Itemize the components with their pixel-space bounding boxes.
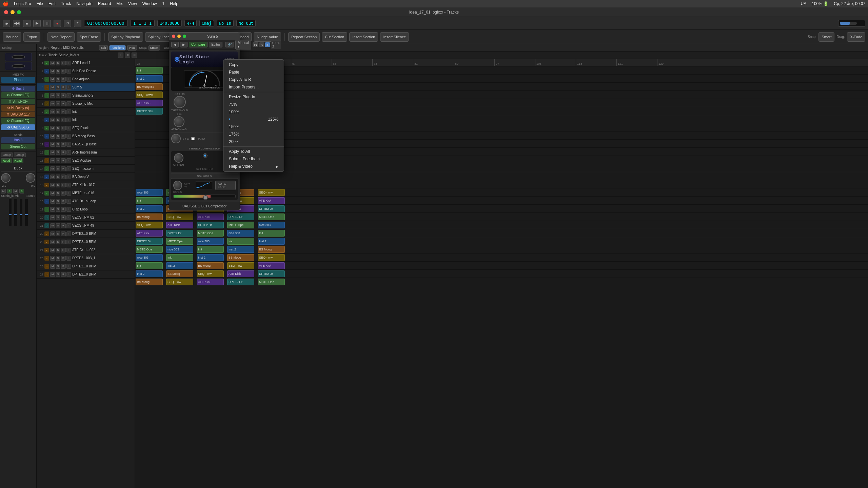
track-i-21[interactable]: I xyxy=(66,223,71,228)
region-block-22-4[interactable]: Inst 2 xyxy=(258,238,285,245)
track-i-23[interactable]: I xyxy=(66,240,71,244)
loop-button[interactable]: ↻ xyxy=(64,20,71,27)
region-block-23-1[interactable]: nice 303 xyxy=(166,246,193,253)
region-block-19-2[interactable]: ATE Kick xyxy=(197,214,224,220)
region-block-24-4[interactable]: SEQ - ww xyxy=(258,254,285,261)
track-i-12[interactable]: I xyxy=(66,150,71,155)
repeat-section-button[interactable]: Repeat Section xyxy=(288,32,320,42)
track-s-12[interactable]: S xyxy=(56,150,60,155)
note-repeat-button[interactable]: Note Repeat xyxy=(47,32,75,42)
track-s-3[interactable]: S xyxy=(56,77,60,82)
track-i-10[interactable]: I xyxy=(66,134,71,139)
track-i-20[interactable]: I xyxy=(66,215,71,220)
track-i-11[interactable]: I xyxy=(66,142,71,147)
m-right[interactable]: M xyxy=(13,189,18,194)
send-stereo-out[interactable]: Stereo Out xyxy=(1,144,35,149)
track-m-11[interactable]: M xyxy=(50,142,55,147)
group-btn[interactable]: Group xyxy=(1,152,13,157)
fader-right[interactable] xyxy=(14,199,17,226)
track-m-26[interactable]: M xyxy=(50,264,55,269)
track-r-13[interactable]: R xyxy=(61,158,66,163)
region-block-25-3[interactable]: SEQ - ww xyxy=(227,262,254,269)
track-m-17[interactable]: M xyxy=(50,191,55,196)
track-s-22[interactable]: S xyxy=(56,231,60,236)
s-left[interactable]: S xyxy=(7,189,12,194)
track-s-23[interactable]: S xyxy=(56,240,60,244)
region-block-23-3[interactable]: Inst 2 xyxy=(227,246,254,253)
record-button[interactable]: ● xyxy=(54,20,61,27)
play-button[interactable]: ▶ xyxy=(33,20,41,27)
region-block-24-3[interactable]: BS Moog xyxy=(227,254,254,261)
region-block-26-2[interactable]: SEQ - ww xyxy=(197,270,224,277)
instrument-piano[interactable]: Piano xyxy=(1,77,35,83)
track-s-10[interactable]: S xyxy=(56,134,60,139)
region-block-26-0[interactable]: Inst 2 xyxy=(136,270,163,277)
rate-knob[interactable] xyxy=(173,181,182,190)
ctx-item-submit-feedback[interactable]: Submit Feedback xyxy=(223,155,284,163)
snap-smart-button[interactable]: Smart xyxy=(149,45,160,50)
track-m-21[interactable]: M xyxy=(50,223,55,228)
plugin-a[interactable]: A xyxy=(259,42,264,47)
track-row-17[interactable]: 17 ♪ M S R I MBTE...t - 016 xyxy=(37,189,135,197)
plugin-uad-ua117[interactable]: ⚙ UAD UA 117 xyxy=(1,111,35,117)
menu-edit[interactable]: Edit xyxy=(48,1,56,6)
track-i-2[interactable]: I xyxy=(66,69,71,74)
track-r-11[interactable]: R xyxy=(61,142,66,147)
track-i-24[interactable]: I xyxy=(66,248,71,252)
plugin-in[interactable]: IN xyxy=(253,42,258,47)
track-m-13[interactable]: M xyxy=(50,158,55,163)
bars-display[interactable]: 1 1 1 1 xyxy=(130,20,155,27)
fader-3[interactable] xyxy=(20,199,22,226)
region-block-16-0[interactable]: nice 303 xyxy=(136,189,163,196)
region-block-27-3[interactable]: DPTE2 Dr xyxy=(227,279,254,285)
plugin-min[interactable] xyxy=(177,35,181,38)
track-r-4[interactable]: R xyxy=(61,85,66,90)
region-block-21-3[interactable]: nice 303 xyxy=(227,230,254,237)
track-row-8[interactable]: 8 ♪ M S R I Init xyxy=(37,116,135,124)
region-block-20-2[interactable]: DPTE2 Dr xyxy=(197,222,224,228)
track-m-16[interactable]: M xyxy=(50,183,55,187)
track-m-8[interactable]: M xyxy=(50,118,55,122)
region-block-27-0[interactable]: BS Moog xyxy=(136,279,163,285)
region-block-23-0[interactable]: MBTE Ope xyxy=(136,246,163,253)
smart-snap-button[interactable]: Smart xyxy=(818,32,834,42)
nudge-value-button[interactable]: Nudge Value xyxy=(254,32,281,42)
track-row-6[interactable]: 6 ♪ M S R I Studio_ic-Mix xyxy=(37,100,135,108)
track-m-19[interactable]: M xyxy=(50,207,55,212)
region-block-20-0[interactable]: SEQ - ww xyxy=(136,222,163,228)
region-block-25-4[interactable]: ATE Kick xyxy=(258,262,285,269)
menu-view[interactable]: View xyxy=(128,1,137,6)
region-block-3-1[interactable]: BS Moog Ba xyxy=(136,83,163,90)
close-button[interactable] xyxy=(4,10,8,14)
track-row-15[interactable]: 15 ♪ M S R I BA Deep V xyxy=(37,173,135,181)
region-block-24-1[interactable]: Init xyxy=(166,254,193,261)
menu-file[interactable]: File xyxy=(37,1,43,6)
plugin-compare[interactable]: Compare xyxy=(189,42,208,47)
track-i-3[interactable]: I xyxy=(66,77,71,82)
track-m-22[interactable]: M xyxy=(50,231,55,236)
view-button[interactable]: View xyxy=(127,45,137,50)
fader-4[interactable] xyxy=(25,199,28,226)
track-row-19[interactable]: 19 ♪ M S R I Clap Loop xyxy=(37,205,135,214)
group-btn-2[interactable]: Group xyxy=(14,152,26,157)
functions-button[interactable]: Functions xyxy=(109,45,126,50)
back-button[interactable]: ◀◀ xyxy=(13,20,20,27)
track-s-6[interactable]: S xyxy=(56,101,60,106)
region-block-27-2[interactable]: ATE Kick xyxy=(197,279,224,285)
track-s-7[interactable]: S xyxy=(56,109,60,114)
region-block-19-3[interactable]: DPTE2 Dr xyxy=(227,214,254,220)
track-i-17[interactable]: I xyxy=(66,191,71,196)
region-block-21-2[interactable]: MBTE Ope xyxy=(197,230,224,237)
track-r-20[interactable]: R xyxy=(61,215,66,220)
track-s-1[interactable]: S xyxy=(56,61,60,65)
region-block-19-0[interactable]: BS Moog xyxy=(136,214,163,220)
bounce-button[interactable]: Bounce xyxy=(3,32,21,42)
read-btn-2[interactable]: Read xyxy=(13,158,24,163)
ctx-item-200%[interactable]: 200% xyxy=(223,138,284,145)
region-block-23-4[interactable]: BS Moog xyxy=(258,246,285,253)
sync-button[interactable]: ⟲ xyxy=(74,20,81,27)
track-s-5[interactable]: S xyxy=(56,93,60,98)
m-left[interactable]: M xyxy=(1,189,6,194)
track-r-2[interactable]: R xyxy=(61,69,66,74)
track-row-14[interactable]: 14 ♪ M S R I SEQ -...o.com xyxy=(37,165,135,173)
